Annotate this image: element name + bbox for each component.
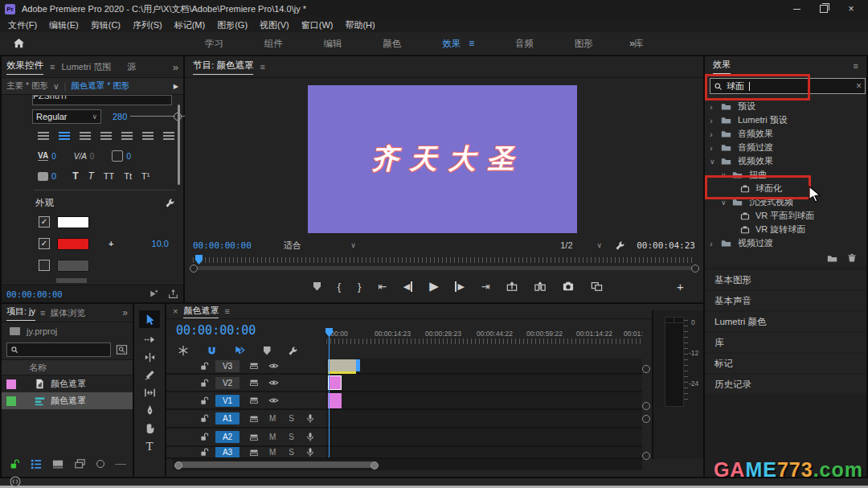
menu-file[interactable]: 文件(F)	[8, 19, 37, 31]
hand-tool[interactable]	[144, 422, 156, 434]
mark-in-icon[interactable]: {	[338, 281, 341, 293]
workspace-tab-menu-icon[interactable]: ≡	[469, 38, 474, 49]
lift-icon[interactable]	[506, 281, 518, 292]
clip-v1-color-matte[interactable]	[328, 393, 342, 408]
snap-magnet-icon[interactable]	[207, 346, 217, 356]
mute-button[interactable]: M	[269, 448, 276, 457]
label-color-swatch[interactable]	[6, 379, 16, 389]
label-color-swatch[interactable]	[6, 396, 16, 406]
background-color-swatch[interactable]	[57, 260, 89, 272]
play-around-icon[interactable]	[148, 289, 158, 299]
solo-button[interactable]: S	[289, 448, 294, 457]
monitor-playhead[interactable]	[195, 255, 203, 265]
mute-button[interactable]: M	[269, 414, 276, 423]
project-file-name[interactable]: jy.prproj	[27, 326, 57, 336]
icon-view-icon[interactable]	[52, 458, 63, 470]
project-item-color-matte[interactable]: 颜色遮罩	[2, 375, 133, 392]
faux-bold-button[interactable]: T	[72, 170, 78, 182]
tab-lumetri-scopes[interactable]: Lumetri 范围	[61, 61, 111, 73]
font-family-field[interactable]: FZShuTi	[32, 95, 172, 105]
menu-edit[interactable]: 编辑(E)	[49, 19, 79, 31]
monitor-time-ruler[interactable]	[193, 257, 695, 263]
track-header-a2[interactable]: A2 M S	[166, 429, 326, 447]
sync-lock-icon[interactable]	[249, 414, 259, 424]
timeline-timecode[interactable]: 00:00:00:00	[176, 323, 256, 338]
stroke-checkbox[interactable]: ✓	[39, 238, 50, 249]
wrench-icon[interactable]	[165, 198, 175, 208]
track-lock-icon[interactable]	[200, 396, 209, 405]
add-marker-icon[interactable]	[264, 347, 271, 355]
panel-essential-graphics[interactable]: 基本图形	[705, 270, 866, 289]
background-checkbox[interactable]: ✓	[39, 260, 50, 271]
track-lock-icon[interactable]	[200, 433, 209, 441]
zoom-handle-right[interactable]	[691, 265, 699, 273]
chevron-right-icon[interactable]: ›	[710, 116, 718, 125]
flyout-arrow-icon[interactable]: ▶	[174, 83, 178, 90]
effects-tree-item-video-transitions[interactable]: › 视频过渡	[705, 236, 865, 250]
vertical-scrollbar[interactable]	[178, 105, 180, 185]
workspace-tab-audio[interactable]: 音频	[515, 38, 534, 50]
new-custom-bin-icon[interactable]	[827, 253, 837, 264]
track-header-v3[interactable]: V3	[166, 359, 326, 375]
track-output-eye-icon[interactable]	[268, 361, 279, 371]
hscroll-handle-right[interactable]	[371, 461, 379, 470]
track-target-a1[interactable]: A1	[215, 412, 240, 424]
align-left-button[interactable]	[38, 132, 49, 140]
voiceover-mic-icon[interactable]	[305, 432, 315, 442]
step-forward-icon[interactable]: ▶	[455, 281, 464, 292]
menu-marker[interactable]: 标记(M)	[174, 19, 206, 31]
sync-lock-icon[interactable]	[249, 378, 259, 388]
all-caps-button[interactable]: TT	[104, 171, 114, 181]
sync-lock-icon[interactable]	[249, 396, 259, 405]
scroll-handle[interactable]	[642, 415, 650, 423]
fill-checkbox[interactable]: ✓	[39, 216, 50, 228]
pen-tool[interactable]	[144, 404, 156, 416]
close-panel-icon[interactable]: ×	[173, 306, 178, 316]
extract-icon[interactable]	[534, 281, 546, 292]
chevron-right-icon[interactable]: ›	[710, 143, 718, 153]
sync-lock-icon[interactable]	[249, 361, 259, 371]
workspace-tab-effects[interactable]: 效果	[442, 38, 461, 50]
menu-window[interactable]: 窗口(W)	[301, 19, 334, 31]
project-bins-icon[interactable]	[74, 458, 86, 470]
nest-sequence-icon[interactable]	[178, 345, 189, 356]
workspace-overflow-icon[interactable]: »	[629, 37, 635, 49]
track-select-forward-tool[interactable]	[144, 334, 156, 346]
add-marker-icon[interactable]	[313, 282, 321, 291]
stroke-color-swatch[interactable]	[57, 238, 89, 250]
track-header-v1[interactable]: V1	[166, 392, 326, 410]
project-item-sequence[interactable]: 颜色遮罩	[2, 392, 133, 409]
settings-wrench-icon[interactable]	[615, 240, 625, 251]
razor-tool[interactable]	[144, 369, 156, 381]
panel-markers[interactable]: 标记	[705, 354, 866, 373]
list-view-icon[interactable]	[31, 458, 42, 470]
home-icon[interactable]	[13, 37, 25, 49]
track-lock-icon[interactable]	[200, 379, 209, 388]
selection-tool[interactable]	[139, 310, 160, 328]
panel-lumetri-color[interactable]: Lumetri 颜色	[705, 312, 866, 331]
clip-v2-color-matte[interactable]	[328, 375, 342, 390]
chevron-right-icon[interactable]: ›	[710, 129, 718, 139]
chevron-right-icon[interactable]: ›	[710, 239, 718, 248]
effects-tree-item-lumetri-presets[interactable]: › Lumetri 预设	[705, 113, 865, 127]
track-output-eye-icon[interactable]	[268, 396, 279, 405]
program-timecode[interactable]: 00:00:00:00	[193, 240, 252, 251]
voiceover-mic-icon[interactable]	[305, 447, 315, 457]
clip-selector[interactable]: 颜色遮罩 * 图形	[71, 80, 129, 92]
slip-tool[interactable]	[144, 387, 156, 399]
track-content-a2[interactable]	[326, 429, 642, 447]
chevron-down-icon[interactable]: ∨	[721, 199, 729, 207]
go-to-out-icon[interactable]: ⇥	[481, 281, 490, 293]
type-tool[interactable]: T	[145, 440, 153, 453]
small-caps-button[interactable]: Tt	[124, 171, 132, 181]
add-stroke-icon[interactable]: +	[108, 239, 113, 248]
solo-button[interactable]: S	[289, 414, 294, 423]
workspace-tab-graphics[interactable]: 图形	[575, 38, 593, 50]
go-to-in-icon[interactable]: ⇤	[378, 281, 387, 293]
fit-dropdown[interactable]: 适合 ∨	[284, 240, 356, 252]
export-frame-icon[interactable]	[563, 281, 574, 292]
effects-panel-title[interactable]: 效果	[713, 59, 731, 74]
menu-sequence[interactable]: 序列(S)	[133, 19, 162, 31]
sync-lock-icon[interactable]	[249, 448, 259, 457]
tab-effect-controls[interactable]: 效果控件	[6, 59, 43, 75]
